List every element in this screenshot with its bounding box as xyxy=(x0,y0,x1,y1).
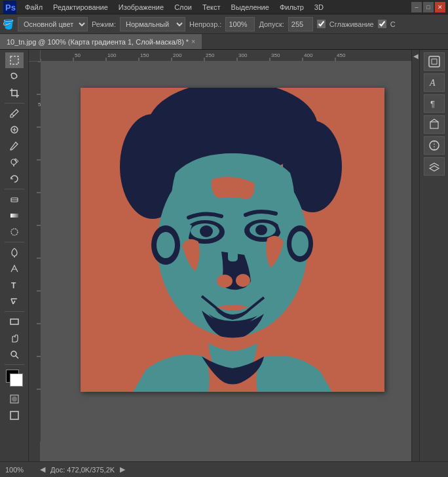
screen-mode-tool[interactable] xyxy=(5,408,24,423)
ruler-corner xyxy=(29,50,41,62)
tool-icon: 🪣 xyxy=(3,19,14,29)
antialias-checkbox[interactable] xyxy=(317,20,326,28)
zoom-tool[interactable] xyxy=(5,347,24,362)
opacity-label: Непрозр.: xyxy=(189,20,221,28)
brush-tool[interactable] xyxy=(5,138,24,154)
status-bar: 100% ◀ Дос: 472,0K/375,2K ▶ xyxy=(0,461,448,477)
svg-text:100: 100 xyxy=(107,52,117,58)
blur-tool[interactable] xyxy=(5,224,24,240)
spot-heal-tool[interactable] xyxy=(5,122,24,138)
tool-mode-select[interactable]: Основной цвет xyxy=(18,17,88,31)
window-controls: – □ ✕ xyxy=(411,2,445,12)
svg-rect-9 xyxy=(10,319,18,324)
svg-text:350: 350 xyxy=(271,52,280,58)
mode-label: Режим: xyxy=(92,20,116,28)
svg-text:A: A xyxy=(429,78,436,88)
menu-file[interactable]: Файл xyxy=(20,2,48,12)
panel-history-btn[interactable] xyxy=(424,52,445,71)
svg-text:250: 250 xyxy=(206,52,215,58)
options-bar: 🪣 Основной цвет Режим: Нормальный Непроз… xyxy=(0,14,448,34)
menu-filter[interactable]: Фильтр xyxy=(274,2,309,12)
marquee-tool[interactable] xyxy=(5,52,24,68)
maximize-button[interactable]: □ xyxy=(423,2,434,12)
history-brush-tool[interactable] xyxy=(5,171,24,187)
horizontal-ruler: 50 100 150 200 250 300 350 xyxy=(41,50,411,62)
svg-point-66 xyxy=(236,274,250,287)
arrow-left[interactable]: ◀ xyxy=(40,465,45,474)
svg-rect-70 xyxy=(430,122,438,128)
svg-rect-67 xyxy=(429,56,439,67)
svg-rect-6 xyxy=(10,214,18,218)
tab-title: 10_tn.jpg @ 100% (Карта градиента 1, Сло… xyxy=(7,38,189,46)
panel-layers2-btn[interactable] xyxy=(424,157,445,176)
menu-text[interactable]: Текст xyxy=(197,2,226,12)
hand-tool[interactable] xyxy=(5,330,24,346)
arrow-right[interactable]: ▶ xyxy=(120,465,125,474)
lasso-tool[interactable] xyxy=(5,69,24,85)
doc-size-label: Дос: 472,0K/375,2K xyxy=(50,466,115,474)
menu-3d[interactable]: 3D xyxy=(309,2,329,12)
tab-bar: 10_tn.jpg @ 100% (Карта градиента 1, Сло… xyxy=(0,34,448,50)
eraser-tool[interactable] xyxy=(5,191,24,207)
collapse-arrow[interactable]: ◀ xyxy=(413,52,419,60)
svg-rect-13 xyxy=(10,411,18,419)
svg-text:400: 400 xyxy=(304,52,313,58)
dodge-tool[interactable] xyxy=(5,244,24,260)
canvas-document[interactable] xyxy=(81,88,384,392)
gradient-tool[interactable] xyxy=(5,208,24,223)
svg-point-4 xyxy=(11,159,16,164)
tab-close-button[interactable]: × xyxy=(191,38,195,45)
close-button[interactable]: ✕ xyxy=(435,2,445,12)
panel-layers-btn[interactable]: A xyxy=(424,73,445,92)
vertical-ruler: 50 xyxy=(29,62,41,461)
menu-image[interactable]: Изображение xyxy=(113,2,169,12)
contiguous-checkbox[interactable] xyxy=(378,20,386,28)
svg-text:450: 450 xyxy=(337,52,346,58)
app-logo: Ps xyxy=(3,0,17,14)
document-tab[interactable]: 10_tn.jpg @ 100% (Карта градиента 1, Сло… xyxy=(0,34,202,49)
pen-tool[interactable] xyxy=(5,261,24,277)
svg-text:300: 300 xyxy=(238,52,248,58)
panel-adjustments-btn[interactable] xyxy=(424,136,445,155)
portrait-svg xyxy=(81,88,384,392)
panel-3d-btn[interactable] xyxy=(424,115,445,134)
crop-tool[interactable] xyxy=(5,85,24,101)
menu-layers[interactable]: Слои xyxy=(169,2,197,12)
canvas-area: 50 100 150 200 250 300 350 xyxy=(29,50,411,461)
svg-text:T: T xyxy=(11,281,16,290)
shape-tool[interactable] xyxy=(5,314,24,330)
right-panel: A ¶ xyxy=(419,50,448,461)
svg-text:Ps: Ps xyxy=(5,3,16,12)
minimize-button[interactable]: – xyxy=(411,2,422,12)
left-toolbar: T xyxy=(0,50,29,461)
svg-rect-14 xyxy=(41,50,411,62)
background-color[interactable] xyxy=(10,373,23,387)
panel-collapse[interactable]: ◀ xyxy=(411,50,419,461)
svg-point-65 xyxy=(217,275,233,288)
canvas-inner xyxy=(41,62,411,461)
main-area: T xyxy=(0,50,448,461)
text-tool[interactable]: T xyxy=(5,277,24,293)
svg-point-63 xyxy=(291,231,308,256)
clone-stamp-tool[interactable] xyxy=(5,155,24,170)
svg-point-10 xyxy=(11,351,16,356)
color-swatch[interactable] xyxy=(6,370,23,387)
antialias-label: Сглаживание xyxy=(329,20,374,28)
path-select-tool[interactable] xyxy=(5,294,24,309)
svg-text:50: 50 xyxy=(75,52,81,58)
menu-select[interactable]: Выделение xyxy=(226,2,274,12)
tolerance-label: Допуск: xyxy=(259,20,284,28)
canvas-scroll[interactable] xyxy=(41,62,411,461)
blend-mode-select[interactable]: Нормальный xyxy=(120,17,185,31)
svg-rect-34 xyxy=(29,62,41,442)
eyedropper-tool[interactable] xyxy=(5,105,24,121)
svg-point-59 xyxy=(258,227,262,231)
svg-rect-64 xyxy=(228,229,238,261)
svg-text:200: 200 xyxy=(173,52,182,58)
quick-mask-tool[interactable] xyxy=(5,391,24,407)
tolerance-input[interactable] xyxy=(288,17,313,31)
menu-edit[interactable]: Редактирование xyxy=(48,2,113,12)
contiguous-label: С xyxy=(390,20,396,28)
panel-paragraph-btn[interactable]: ¶ xyxy=(424,94,445,113)
opacity-input[interactable] xyxy=(225,17,255,31)
